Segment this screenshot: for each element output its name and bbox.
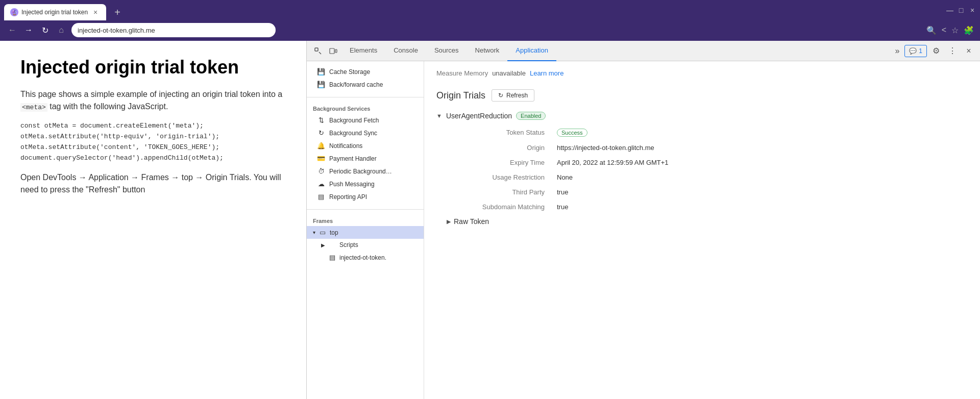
svg-rect-2 [335,49,337,53]
frames-item-injected-token[interactable]: ▶ ▤ injected-ot-token. [307,251,424,264]
device-toolbar-button[interactable] [326,44,340,58]
devtools-toolbar: Elements Console Sources Network Applica… [307,41,980,61]
file-icon: ▤ [328,254,336,261]
background-services-section: Background Services ⇅ Background Fetch ↻… [307,99,424,207]
svg-rect-1 [330,48,334,54]
storage-section: 💾 Cache Storage 💾 Back/forward cache [307,61,424,95]
devtools-body: 💾 Cache Storage 💾 Back/forward cache Bac… [307,61,980,399]
scripts-arrow-icon: ▶ [321,242,325,248]
trial-entry-header: ▼ UserAgentReduction Enabled [436,112,968,120]
tab-title: Injected origin trial token [21,9,88,16]
settings-button[interactable]: ⚙ [929,44,943,58]
measure-memory-row: Measure Memory unavailable Learn more [436,69,968,77]
forward-button[interactable]: → [22,24,35,36]
sidebar-item-cache-storage[interactable]: 💾 Cache Storage [307,65,424,78]
browser-chrome: 🔮 Injected origin trial token × + — □ × … [0,0,980,41]
devtools-tabs: Elements Console Sources Network Applica… [341,41,890,61]
token-status-value: Success [557,126,968,139]
raw-token-row: ▶ Raw Token [447,217,968,226]
raw-token-arrow[interactable]: ▶ [447,218,451,225]
tab-application[interactable]: Application [507,41,556,61]
window-close-button[interactable]: × [969,7,976,14]
origin-trial-entry: ▼ UserAgentReduction Enabled Token Statu… [436,112,968,226]
trial-name: UserAgentReduction [446,112,512,120]
subdomain-value: true [557,201,968,213]
sidebar-item-bfcache[interactable]: 💾 Back/forward cache [307,78,424,91]
badge-count: 1 [919,47,922,55]
origin-trials-header: Origin Trials ↻ Refresh [436,89,968,102]
raw-token-label: Raw Token [454,217,489,226]
minimize-button[interactable]: — [946,7,953,14]
sidebar-item-payment-handler[interactable]: 💳 Payment Handler [307,152,424,165]
reporting-api-icon: ▤ [317,193,325,201]
divider1 [307,97,424,97]
refresh-button[interactable]: ↻ Refresh [492,89,534,102]
bookmark-icon[interactable]: ☆ [951,26,959,35]
devtools-main-panel: Measure Memory unavailable Learn more Or… [424,61,980,399]
close-devtools-button[interactable]: × [962,44,976,58]
page-paragraph1: This page shows a simple example of inje… [20,88,286,113]
sidebar-item-periodic-bg[interactable]: ⏱ Periodic Background… [307,165,424,178]
frames-header: Frames [307,216,424,226]
enabled-badge: Enabled [516,112,546,120]
window-controls: — □ × [946,7,976,14]
measure-memory-label: Measure Memory [436,69,488,77]
sidebar-item-reporting-api[interactable]: ▤ Reporting API [307,190,424,203]
address-input[interactable] [71,23,276,37]
sidebar-item-background-fetch[interactable]: ⇅ Background Fetch [307,114,424,127]
webpage-content: Injected origin trial token This page sh… [0,41,306,399]
more-tabs-button[interactable]: » [891,46,903,56]
page-heading: Injected origin trial token [20,56,286,78]
background-fetch-icon: ⇅ [317,116,325,124]
third-party-value: true [557,186,968,198]
maximize-button[interactable]: □ [958,7,965,14]
zoom-icon[interactable]: 🔍 [926,26,937,35]
sidebar-item-notifications[interactable]: 🔔 Notifications [307,139,424,152]
tab-sources[interactable]: Sources [426,41,467,61]
frames-item-scripts[interactable]: ▶ Scripts [307,239,424,251]
push-messaging-icon: ☁ [317,180,325,188]
trial-expand-arrow[interactable]: ▼ [436,113,442,119]
tab-close-button[interactable]: × [91,8,100,17]
devtools-panel: Elements Console Sources Network Applica… [306,41,980,399]
feedback-button[interactable]: 💬 1 [904,45,927,57]
address-bar: ← → ↻ ⌂ 🔍 < ☆ 🧩 [0,20,980,41]
bg-services-header: Background Services [307,104,424,114]
new-tab-button[interactable]: + [110,5,125,19]
svg-rect-0 [315,48,318,51]
measure-memory-status: unavailable [492,69,526,77]
frame-icon: ▭ [318,229,327,236]
inspect-element-button[interactable] [311,44,325,58]
learn-more-link[interactable]: Learn more [530,69,564,77]
third-party-label: Third Party [447,186,549,198]
chat-icon: 💬 [909,47,917,55]
refresh-page-button[interactable]: ↻ [39,24,51,36]
tab-favicon: 🔮 [10,8,18,16]
extensions-icon[interactable]: 🧩 [964,26,974,35]
tab-elements[interactable]: Elements [341,41,385,61]
payment-handler-icon: 💳 [317,155,325,162]
back-button[interactable]: ← [6,24,18,36]
tab-network[interactable]: Network [467,41,508,61]
tab-console[interactable]: Console [385,41,426,61]
token-status-label: Token Status [447,126,549,139]
more-options-button[interactable]: ⋮ [945,44,960,58]
sidebar-item-push-messaging[interactable]: ☁ Push Messaging [307,178,424,190]
divider2 [307,209,424,210]
origin-trials-title: Origin Trials [436,90,485,101]
cache-storage-icon: 💾 [317,68,325,76]
page-paragraph2: Open DevTools → Application → Frames → t… [20,171,286,196]
main-container: Injected origin trial token This page sh… [0,41,980,399]
expiry-label: Expiry Time [447,156,549,169]
devtools-toolbar-end: 💬 1 ⚙ ⋮ × [904,44,976,58]
home-button[interactable]: ⌂ [55,24,67,36]
share-icon[interactable]: < [942,26,946,35]
sidebar-item-background-sync[interactable]: ↻ Background Sync [307,127,424,139]
active-tab[interactable]: 🔮 Injected origin trial token × [4,4,106,20]
address-bar-actions: 🔍 < ☆ 🧩 [926,26,974,35]
subdomain-label: Subdomain Matching [447,201,549,213]
frames-item-top[interactable]: ▾ ▭ top [307,226,424,239]
meta-code: <meta> [20,103,47,112]
tab-bar: 🔮 Injected origin trial token × + — □ × [0,0,980,20]
origin-value: https://injected-ot-token.glitch.me [557,141,968,154]
